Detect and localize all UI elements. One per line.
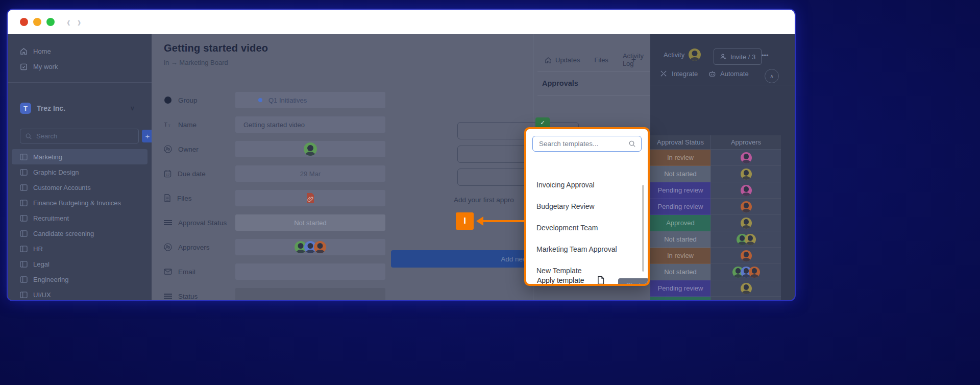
approvers-cell[interactable] <box>710 297 781 300</box>
activity-button[interactable]: Activity <box>664 49 701 61</box>
avatar-orange <box>749 267 760 278</box>
field-value[interactable] <box>235 288 385 300</box>
field-row-files: Files <box>164 190 385 206</box>
approvers-cell[interactable] <box>710 199 781 215</box>
status-cell[interactable]: Not started <box>650 166 710 182</box>
approvers-cell[interactable] <box>710 248 781 264</box>
field-value[interactable]: Getting started video <box>235 116 385 133</box>
attached-file-icon[interactable] <box>306 192 315 204</box>
more-options-icon[interactable]: ••• <box>762 52 769 59</box>
template-search-input[interactable]: Search templates... <box>532 136 642 152</box>
approvers-cell[interactable] <box>710 182 781 199</box>
field-value[interactable] <box>235 239 385 255</box>
tutorial-callout-badge: I <box>456 212 474 230</box>
approvers-cell[interactable] <box>710 150 781 166</box>
status-cell[interactable]: Pending review <box>650 280 710 297</box>
group-circle-icon <box>164 96 172 104</box>
column-header-approval-status[interactable]: Approval Status <box>650 135 710 150</box>
sidebar-item-marketing[interactable]: Marketing <box>12 149 148 164</box>
template-option-development-team[interactable]: Development Team <box>526 217 648 238</box>
status-cell[interactable]: In review <box>650 150 710 166</box>
status-cell[interactable]: In review <box>650 248 710 264</box>
minimize-window-button[interactable] <box>33 18 41 26</box>
avatar-olive <box>741 169 752 180</box>
column-header-approvers[interactable]: Approvers <box>710 135 781 150</box>
activity-label: Activity <box>664 51 684 59</box>
status-cell[interactable]: Pending review <box>650 182 710 199</box>
sidebar: Home My work T Trez Inc. ∨ Search + Mark… <box>8 34 152 300</box>
board-icon <box>20 292 28 298</box>
sidebar-item-home[interactable]: Home <box>8 43 152 59</box>
workspace-avatar: T <box>20 103 31 114</box>
board-icon <box>20 230 28 237</box>
page-title: Getting started video <box>164 42 268 54</box>
tab-files[interactable]: Files <box>587 49 615 71</box>
invite-button[interactable]: Invite / 3 <box>714 49 762 65</box>
approvers-cell[interactable] <box>710 231 781 248</box>
automate-button[interactable]: Automate <box>708 70 749 78</box>
template-option-invoicing-approval[interactable]: Invoicing Approval <box>526 174 648 196</box>
search-icon <box>25 133 32 140</box>
sidebar-item-my-work[interactable]: My work <box>8 59 152 74</box>
sidebar-item-label: Legal <box>33 260 50 268</box>
status-cell[interactable]: Approved <box>650 215 710 231</box>
sidebar-item-recruitment[interactable]: Recruitment <box>8 210 152 226</box>
workspace-switcher[interactable]: T Trez Inc. ∨ <box>8 100 152 117</box>
sidebar-item-candidate-screening[interactable]: Candidate screening <box>8 226 152 241</box>
back-icon[interactable]: ‹ <box>67 16 70 29</box>
apply-template-button[interactable]: Apply template <box>537 276 605 285</box>
integrate-button[interactable]: Integrate <box>660 70 698 78</box>
sidebar-item-finance-budgeting-invoices[interactable]: Finance Budgeting & Invoices <box>8 195 152 210</box>
field-value[interactable] <box>235 190 385 206</box>
sidebar-item-label: Home <box>33 47 51 55</box>
avatar-olive <box>741 218 752 229</box>
approvers-cell[interactable] <box>710 280 781 297</box>
breadcrumb[interactable]: in → Marketing Board <box>164 59 228 66</box>
field-value[interactable]: Q1 Initiatives <box>235 92 385 108</box>
collapse-icon[interactable]: ∧ <box>765 69 779 83</box>
callout-arrow <box>482 220 524 222</box>
sidebar-item-legal[interactable]: Legal <box>8 256 152 272</box>
field-value[interactable] <box>235 263 385 280</box>
field-label: Email <box>164 268 235 276</box>
name-icon: TT <box>164 121 172 128</box>
board-icon <box>20 276 28 283</box>
status-cell[interactable]: Not started <box>650 264 710 280</box>
sidebar-item-ui-ux[interactable]: UI/UX <box>8 287 152 300</box>
start-button[interactable]: Start <box>618 278 649 286</box>
template-option-budgetary-review[interactable]: Budgetary Review <box>526 196 648 217</box>
svg-text:T: T <box>168 124 170 128</box>
field-label: TTName <box>164 121 235 129</box>
approvers-cell[interactable] <box>710 166 781 182</box>
add-first-approval-text: Add your first appro <box>454 196 514 204</box>
status-cell[interactable]: Pending review <box>650 199 710 215</box>
email-icon <box>164 269 172 275</box>
house-icon <box>545 57 552 63</box>
approvers-cell[interactable] <box>710 264 781 280</box>
sidebar-search-input[interactable]: Search <box>20 129 139 143</box>
status-cell[interactable]: Not started <box>650 231 710 248</box>
sidebar-item-engineering[interactable]: Engineering <box>8 272 152 287</box>
approvers-cell[interactable] <box>710 215 781 231</box>
sidebar-item-customer-accounts[interactable]: Customer Accounts <box>8 180 152 195</box>
chevron-down-icon: ∨ <box>130 105 135 112</box>
status-cell[interactable]: Approved <box>650 297 710 300</box>
forward-icon[interactable]: › <box>78 16 81 29</box>
add-tab-icon[interactable]: + <box>631 49 636 71</box>
sidebar-item-label: HR <box>33 245 43 253</box>
sidebar-item-graphic-design[interactable]: Graphic Design <box>8 164 152 180</box>
sidebar-divider <box>8 82 152 83</box>
maximize-window-button[interactable] <box>46 18 55 26</box>
sidebar-item-label: UI/UX <box>33 291 51 299</box>
template-option-marketing-team-approval[interactable]: Marketing Team Approval <box>526 238 648 260</box>
field-value[interactable] <box>235 141 385 157</box>
scrollbar[interactable] <box>642 185 644 272</box>
apply-template-label: Apply template <box>537 276 584 284</box>
field-value[interactable]: Not started <box>235 214 385 231</box>
sidebar-item-label: Engineering <box>33 276 68 283</box>
field-value[interactable]: 29 Mar <box>235 165 385 182</box>
tab-updates[interactable]: Updates <box>537 49 587 71</box>
sidebar-item-hr[interactable]: HR <box>8 241 152 256</box>
close-window-button[interactable] <box>20 18 28 26</box>
avatar-olive <box>745 234 756 245</box>
